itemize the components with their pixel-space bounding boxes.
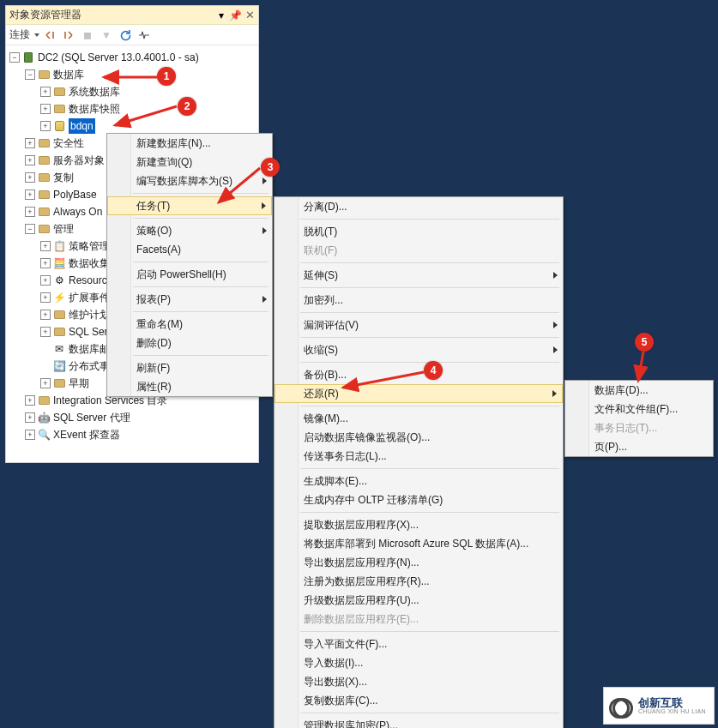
callout-2: 2 (178, 97, 196, 116)
callout-1: 1 (157, 67, 176, 86)
expand-icon[interactable]: + (40, 292, 51, 303)
expand-icon[interactable]: + (40, 258, 51, 268)
menu-offline[interactable]: 脱机(T) (275, 222, 563, 241)
menu-separator (300, 287, 559, 288)
policy-icon: 📋 (52, 239, 66, 253)
menu-separator (300, 468, 559, 469)
tree-snapshot[interactable]: +数据库快照 (8, 100, 256, 117)
tree-profiler[interactable]: +🔍XEvent 探查器 (8, 426, 256, 443)
collapse-icon[interactable]: − (25, 69, 35, 80)
expand-icon[interactable]: + (25, 155, 35, 165)
folder-icon (37, 188, 51, 202)
menu-powershell[interactable]: 启动 PowerShell(H) (107, 265, 272, 284)
menu-mirror[interactable]: 镜像(M)... (275, 409, 563, 428)
menu-new-query[interactable]: 新建查询(Q) (107, 153, 272, 171)
menu-reports[interactable]: 报表(P) (107, 290, 272, 309)
menu-ship-log[interactable]: 传送事务日志(L)... (275, 447, 563, 466)
expand-icon[interactable]: + (25, 207, 35, 217)
expand-icon[interactable]: + (40, 121, 51, 131)
menu-extract-dactier[interactable]: 提取数据层应用程序(X)... (275, 515, 563, 534)
expand-icon[interactable]: + (25, 395, 35, 406)
submenu-arrow-icon (262, 296, 267, 303)
menu-separator (300, 406, 559, 406)
tree-databases[interactable]: −数据库 (8, 66, 256, 83)
close-icon[interactable]: ✕ (245, 9, 255, 21)
activity-icon[interactable] (136, 27, 153, 44)
connect-label[interactable]: 连接 (9, 27, 30, 42)
expand-icon[interactable]: + (40, 327, 51, 337)
menu-vulnerability[interactable]: 漏洞评估(V) (275, 316, 563, 334)
menu-delete[interactable]: 删除(D) (107, 334, 272, 352)
folder-icon (52, 376, 66, 390)
profiler-icon: 🔍 (37, 428, 51, 442)
menu-upgrade-dactier[interactable]: 升级数据层应用程序(U)... (275, 591, 563, 610)
menu-restore-page[interactable]: 页(P)... (565, 437, 713, 456)
submenu-arrow-icon (262, 177, 267, 184)
menu-manage-encryption[interactable]: 管理数据库加密(P)... (275, 716, 563, 728)
svg-line-5 (638, 352, 643, 381)
menu-separator (133, 218, 268, 219)
collapse-icon[interactable]: − (9, 52, 20, 63)
menu-shrink[interactable]: 收缩(S) (275, 340, 563, 359)
expand-icon[interactable]: + (40, 104, 51, 114)
expand-icon[interactable]: + (40, 275, 51, 286)
tree-agent[interactable]: +🤖SQL Server 代理 (8, 409, 256, 426)
menu-export-dactier[interactable]: 导出数据层应用程序(N)... (275, 553, 563, 572)
menu-deploy-azure[interactable]: 将数据库部署到 Microsoft Azure SQL 数据库(A)... (275, 534, 563, 553)
menu-properties[interactable]: 属性(R) (107, 377, 272, 396)
menu-oltp-checklist[interactable]: 生成内存中 OLTP 迁移清单(G) (275, 490, 563, 509)
menu-detach[interactable]: 分离(D)... (275, 197, 563, 216)
menu-restore-files[interactable]: 文件和文件组(F)... (565, 400, 713, 418)
disconnect-icon[interactable] (60, 27, 77, 44)
menu-separator (300, 262, 559, 263)
expand-icon[interactable]: + (40, 87, 51, 97)
menu-policies[interactable]: 策略(O) (107, 221, 272, 240)
submenu-arrow-icon (552, 390, 557, 397)
expand-icon[interactable]: + (40, 310, 51, 320)
menu-encrypt[interactable]: 加密列... (275, 291, 563, 310)
menu-online: 联机(F) (275, 241, 563, 260)
menu-register-dactier[interactable]: 注册为数据层应用程序(R)... (275, 572, 563, 591)
submenu-arrow-icon (553, 346, 558, 353)
connect-icon[interactable] (41, 27, 58, 44)
tree-root[interactable]: −DC2 (SQL Server 13.0.4001.0 - sa) (8, 49, 256, 66)
expand-icon[interactable]: + (25, 172, 35, 183)
menu-facets[interactable]: Facets(A) (107, 240, 272, 259)
refresh-icon[interactable] (117, 27, 134, 44)
menu-export-data[interactable]: 导出数据(X)... (275, 672, 563, 691)
menu-restore[interactable]: 还原(R) (275, 384, 563, 403)
expand-icon[interactable]: + (40, 241, 51, 251)
menu-restore-database[interactable]: 数据库(D)... (565, 381, 713, 400)
menu-separator (300, 312, 559, 313)
folder-icon (37, 153, 51, 167)
expand-icon[interactable]: + (25, 138, 35, 148)
menu-new-database[interactable]: 新建数据库(N)... (107, 134, 272, 153)
menu-tasks[interactable]: 任务(T) (107, 196, 272, 215)
panel-title: 对象资源管理器 (9, 8, 219, 22)
collapse-icon[interactable]: − (25, 224, 35, 234)
logo-subtext: CHUANG XIN HU LIAN (638, 708, 706, 714)
expand-icon[interactable]: + (25, 412, 35, 423)
dropdown-icon[interactable]: ▾ (219, 9, 224, 21)
menu-stretch[interactable]: 延伸(S) (275, 266, 563, 285)
menu-separator (300, 631, 559, 632)
menu-import-data[interactable]: 导入数据(I)... (275, 653, 563, 672)
connect-dropdown-icon[interactable] (34, 33, 39, 37)
menu-script-database[interactable]: 编写数据库脚本为(S) (107, 171, 272, 190)
menu-generate-scripts[interactable]: 生成脚本(E)... (275, 472, 563, 490)
menu-import-flatfile[interactable]: 导入平面文件(F)... (275, 635, 563, 653)
expand-icon[interactable]: + (25, 430, 35, 440)
tree-sysdb[interactable]: +系统数据库 (8, 83, 256, 100)
menu-copy-database[interactable]: 复制数据库(C)... (275, 691, 563, 710)
toolbar: 连接 ◼ ▼ (6, 25, 258, 45)
expand-icon[interactable]: + (25, 190, 35, 200)
menu-launch-monitor[interactable]: 启动数据库镜像监视器(O)... (275, 428, 563, 447)
menu-backup[interactable]: 备份(B)... (275, 365, 563, 384)
expand-icon[interactable]: + (40, 378, 51, 388)
menu-rename[interactable]: 重命名(M) (107, 315, 272, 334)
tree-bdqn[interactable]: +bdqn (8, 117, 256, 135)
submenu-arrow-icon (262, 227, 267, 234)
pin-icon[interactable]: 📌 (229, 9, 242, 21)
folder-icon (52, 308, 66, 322)
menu-refresh[interactable]: 刷新(F) (107, 358, 272, 377)
